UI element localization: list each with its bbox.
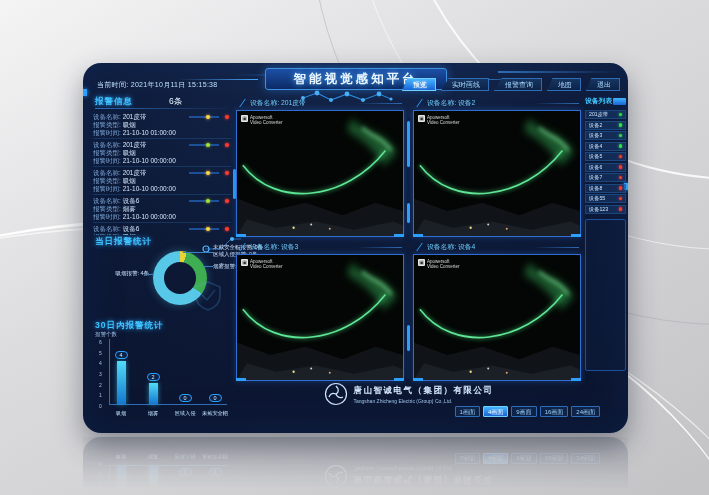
video-frame [237, 255, 403, 380]
video-panel-2[interactable]: 设备名称: 设备2 ▣ ApowersoftVideo Converter [413, 97, 581, 237]
alarm-red-dot [225, 171, 229, 175]
video-frame [414, 255, 580, 380]
current-time: 当前时间: 2021年10月11日 15:15:38 [97, 80, 218, 90]
alarm-count: 6条 [169, 96, 182, 108]
device-list-item[interactable]: 201皮带 [585, 110, 626, 119]
bar [149, 383, 158, 404]
device-list-tab[interactable] [613, 98, 626, 105]
alarm-device-value: 201皮带 [123, 113, 147, 120]
device-list-item[interactable]: 设备4 [585, 142, 626, 151]
alarm-time-label: 报警时间: [93, 213, 123, 220]
dashboard-window: 当前时间: 2021年10月11日 15:15:38 智能视觉感知平台 预览 实… [83, 63, 628, 433]
company-logo-icon [324, 382, 348, 406]
layout-16-button[interactable]: 16画面 [540, 406, 569, 417]
converter-icon: ▣ [241, 259, 248, 266]
bar-category-label: 区域入侵 [175, 410, 196, 417]
bar-value-badge: 0 [209, 394, 222, 402]
status-dot [619, 134, 623, 138]
alarm-type-label: 报警类型: [93, 205, 123, 212]
alarm-type-value: 吸烟 [123, 121, 136, 128]
video-feed[interactable]: ▣ ApowersoftVideo Converter [236, 254, 404, 381]
converter-icon: ▣ [418, 115, 425, 122]
alarm-device-label: 设备名称: [93, 225, 123, 232]
alarm-device-value: 设备6 [123, 197, 140, 204]
alarm-device-label: 设备名称: [93, 113, 123, 120]
alarm-device-label: 设备名称: [93, 169, 123, 176]
layout-1-button[interactable]: 1画面 [455, 406, 480, 417]
video-panel-title: 设备名称: 设备3 [236, 241, 404, 254]
bar-value-badge: 0 [179, 394, 192, 402]
video-feed[interactable]: ▣ ApowersoftVideo Converter [236, 110, 404, 237]
company-name-en: Tangshan Zhicheng Electric (Group) Co.,L… [354, 398, 494, 404]
bar-column: 0 [207, 394, 223, 404]
alarm-device-label: 设备名称: [93, 197, 123, 204]
video-feed[interactable]: ▣ ApowersoftVideo Converter [413, 254, 581, 381]
device-list-item[interactable]: 设备7 [585, 173, 626, 182]
device-detail-panel [585, 219, 626, 371]
alarm-level-indicator [189, 143, 229, 147]
nav-button-preview[interactable]: 预览 [402, 78, 436, 91]
alarm-type-label: 报警类型: [93, 233, 123, 235]
video-panel-4[interactable]: 设备名称: 设备4 ▣ ApowersoftVideo Converter [413, 241, 581, 381]
alarm-level-indicator [189, 115, 229, 119]
alarm-time-value: 21-10-10 00:00:00 [123, 185, 176, 192]
footer-brand: 唐山智诚电气（集团）有限公司 Tangshan Zhicheng Electri… [236, 382, 581, 406]
device-list-item[interactable]: 设备8 [585, 184, 626, 193]
device-list-item[interactable]: 设备3 [585, 131, 626, 140]
layout-4-button[interactable]: 4画面 [483, 406, 508, 417]
video-panel-title: 设备名称: 设备2 [413, 97, 581, 110]
video-scrollbar[interactable] [407, 117, 410, 235]
alarm-list-item[interactable]: 设备名称: 201皮带 报警类型: 吸烟 报警时间: 21-10-10 00:0… [93, 167, 231, 195]
converter-icon: ▣ [241, 115, 248, 122]
bar-category-label: 未戴安全帽 [202, 410, 228, 417]
video-grid: 设备名称: 201皮带 ▣ ApowersoftVideo Converter [236, 97, 581, 383]
layout-9-button[interactable]: 9画面 [511, 406, 536, 417]
nav-button-live-draw[interactable]: 实时画线 [441, 78, 489, 91]
video-feed[interactable]: ▣ ApowersoftVideo Converter [413, 110, 581, 237]
today-stats-title: 当日报警统计 [95, 236, 152, 248]
x-axis [109, 404, 227, 405]
device-list-item[interactable]: 设备5 [585, 152, 626, 161]
status-dot [619, 165, 623, 169]
watermark: ▣ ApowersoftVideo Converter [241, 259, 282, 269]
alarm-red-dot [225, 115, 229, 119]
alarm-type-label: 报警类型: [93, 149, 123, 156]
company-name-cn: 唐山智诚电气（集团）有限公司 [354, 385, 494, 397]
video-panel-3[interactable]: 设备名称: 设备3 ▣ ApowersoftVideo Converter [236, 241, 404, 381]
video-panel-title: 设备名称: 设备4 [413, 241, 581, 254]
layout-24-button[interactable]: 24画面 [571, 406, 600, 417]
alarm-list-item[interactable]: 设备名称: 设备6 报警类型: 烟雾 报警时间: 21-10-10 00:00:… [93, 195, 231, 223]
alarm-list-item[interactable]: 设备名称: 201皮带 报警类型: 吸烟 报警时间: 21-10-10 01:0… [93, 111, 231, 139]
alarm-list-item[interactable]: 设备名称: 201皮带 报警类型: 吸烟 报警时间: 21-10-10 00:0… [93, 139, 231, 167]
device-list-item[interactable]: 设备6 [585, 163, 626, 172]
device-list-sidebar: 设备列表 201皮带 设备2 设备3 设备4 设备5 设备6 设备7 设备8 设… [585, 96, 626, 371]
top-nav: 预览 实时画线 报警查询 地图 退出 [402, 78, 620, 91]
nav-button-alarm-query[interactable]: 报警查询 [494, 78, 542, 91]
device-list-title: 设备列表 [585, 96, 612, 106]
status-dot [619, 155, 623, 159]
video-frame [414, 111, 580, 236]
video-scrollbar[interactable] [407, 261, 410, 379]
alarm-time-value: 21-10-10 01:00:00 [123, 129, 176, 136]
alarm-device-value: 设备6 [123, 225, 140, 232]
status-dot [619, 144, 623, 148]
alarm-time-label: 报警时间: [93, 157, 123, 164]
nav-button-map[interactable]: 地图 [547, 78, 581, 91]
bar-column: 0 [177, 394, 193, 404]
callout-line [203, 266, 213, 267]
alarm-panel-title: 报警信息 [95, 96, 133, 108]
device-list-item[interactable]: 设备123 [585, 205, 626, 214]
alarm-device-label: 设备名称: [93, 141, 123, 148]
nav-button-exit[interactable]: 退出 [586, 78, 620, 91]
watermark: ▣ ApowersoftVideo Converter [241, 115, 282, 125]
video-panel-1[interactable]: 设备名称: 201皮带 ▣ ApowersoftVideo Converter [236, 97, 404, 237]
device-list-item[interactable]: 设备2 [585, 121, 626, 130]
watermark: ▣ ApowersoftVideo Converter [418, 115, 459, 125]
alarm-time-label: 报警时间: [93, 185, 123, 192]
alarm-red-dot [225, 143, 229, 147]
alarm-level-indicator [189, 199, 229, 203]
device-list-item[interactable]: 设备55 [585, 194, 626, 203]
callout-line [145, 274, 154, 275]
alarm-red-dot [225, 227, 229, 231]
alarm-level-indicator [189, 227, 229, 231]
